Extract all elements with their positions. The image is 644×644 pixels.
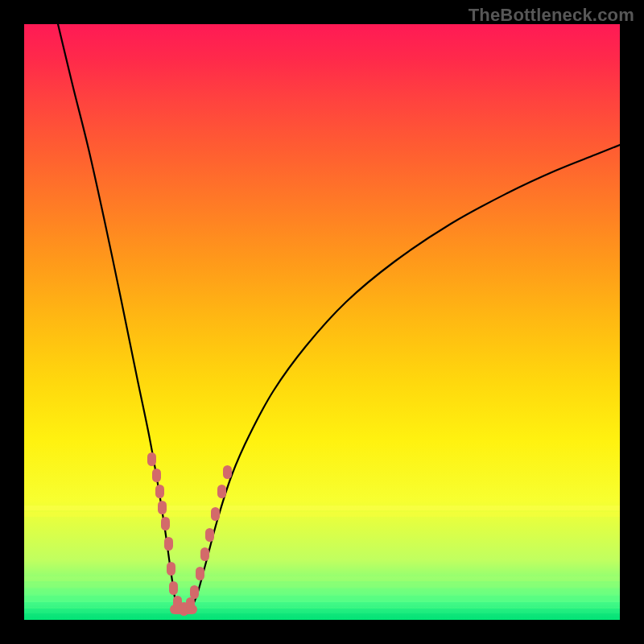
curve-marker [167, 562, 175, 576]
curve-marker [155, 485, 164, 498]
curve-marker [161, 517, 170, 530]
curve-marker [147, 452, 156, 466]
curve-marker [205, 528, 214, 542]
main-v-curve [58, 24, 620, 611]
curve-marker [158, 501, 167, 514]
curve-marker [223, 465, 232, 479]
curve-marker [200, 547, 209, 561]
attribution-text: TheBottleneck.com [469, 5, 634, 26]
chart-frame: TheBottleneck.com [0, 0, 644, 644]
curve-marker [196, 567, 204, 580]
plot-area [24, 24, 620, 620]
chart-svg-overlay [24, 24, 620, 620]
curve-marker [211, 507, 220, 521]
curve-marker [152, 469, 161, 482]
curve-markers [147, 452, 232, 616]
curve-marker [217, 485, 226, 498]
curve-marker [186, 597, 195, 611]
curve-marker [190, 585, 199, 599]
curve-marker [169, 581, 178, 595]
curve-marker [164, 537, 173, 551]
